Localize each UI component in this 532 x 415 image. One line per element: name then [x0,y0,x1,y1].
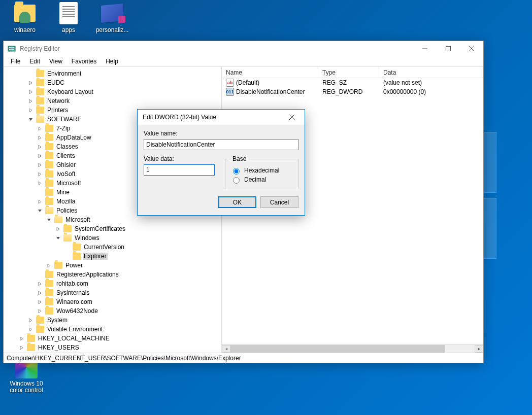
expand-icon[interactable] [36,143,43,150]
expand-icon[interactable] [27,326,34,333]
expand-icon[interactable] [27,97,34,105]
expand-icon[interactable] [27,107,34,114]
tree-node[interactable]: Sysinternals [36,288,221,297]
expand-icon[interactable] [36,180,43,187]
horizontal-scrollbar[interactable]: ◂ ▸ [222,344,483,353]
folder-icon [73,253,81,260]
svg-rect-6 [446,47,451,51]
folder-icon [45,170,53,178]
tree-node[interactable]: Microsoft [45,215,221,224]
tree-node-label: IvoSoft [55,170,76,178]
desktop-icon-label: apps [49,26,88,33]
titlebar[interactable]: Registry Editor [4,41,483,56]
tree-node[interactable]: rohitab.com [36,279,221,288]
expand-icon[interactable] [36,152,43,159]
scroll-left-button[interactable]: ◂ [222,345,230,353]
tree-node[interactable]: Keyboard Layout [27,87,221,96]
tree-node-label: Volatile Environment [46,326,104,333]
scroll-right-button[interactable]: ▸ [475,345,483,353]
tree-node[interactable]: Explorer [63,252,221,261]
expand-icon[interactable] [18,335,25,342]
tree-node-label: HKEY_USERS [37,344,80,351]
radio-dec-input[interactable] [233,177,240,184]
scroll-track[interactable] [230,345,475,353]
expand-icon[interactable] [27,88,34,95]
dialog-close-button[interactable] [284,110,300,125]
expand-icon[interactable] [45,262,52,269]
radio-decimal[interactable]: Decimal [230,176,293,184]
folder-icon [45,207,53,214]
menu-view[interactable]: View [45,57,66,66]
list-row[interactable]: 011DisableNotificationCenterREG_DWORD0x0… [222,87,483,96]
expand-icon[interactable] [27,70,34,77]
folder-icon [45,198,53,205]
expand-icon[interactable] [36,198,43,205]
desktop-icon-winaero[interactable]: winaero [5,1,45,33]
radio-hexadecimal[interactable]: Hexadecimal [230,166,293,175]
tree-node[interactable]: Winaero.com [36,297,221,306]
tree-node[interactable]: Network [27,96,221,106]
tree-node[interactable]: HKEY_LOCAL_MACHINE [18,334,221,343]
expand-icon[interactable] [36,189,43,196]
tree-node[interactable]: Environment [27,69,221,78]
valuedata-input[interactable] [144,164,215,176]
expand-icon[interactable] [36,271,43,278]
expand-icon[interactable] [27,116,34,123]
tree-node[interactable]: RegisteredApplications [36,270,221,279]
menu-help[interactable]: Help [102,57,122,66]
menu-edit[interactable]: Edit [25,57,44,66]
expand-icon[interactable] [36,125,43,132]
cancel-button[interactable]: Cancel [260,196,298,208]
list-row[interactable]: ab(Default)REG_SZ(value not set) [222,78,483,87]
desktop-icon-apps[interactable]: apps [49,1,88,33]
tree-node[interactable]: EUDC [27,78,221,87]
folder-icon [36,107,44,114]
expand-icon[interactable] [63,253,71,260]
tree-node[interactable]: Windows [54,233,221,243]
minimize-button[interactable] [413,41,437,56]
tree-node[interactable]: CurrentVersion [63,243,221,252]
expand-icon[interactable] [54,225,61,232]
expand-icon[interactable] [36,161,43,168]
tree-node[interactable]: HKEY_USERS [18,343,221,352]
desktop-icon-personalization[interactable]: personaliz... [92,1,132,33]
close-button[interactable] [460,41,483,56]
folder-icon [45,152,53,159]
tree-node[interactable]: Wow6432Node [36,306,221,316]
ok-button[interactable]: OK [218,196,256,208]
dialog-titlebar[interactable]: Edit DWORD (32-bit) Value [138,110,305,125]
column-data[interactable]: Data [379,67,483,78]
expand-icon[interactable] [36,134,43,141]
tree-node-label: HKEY_LOCAL_MACHINE [37,335,111,342]
tree-node[interactable]: Volatile Environment [27,325,221,334]
tree-node[interactable]: System [27,316,221,325]
expand-icon[interactable] [36,280,43,287]
folder-icon [45,298,53,305]
expand-icon[interactable] [63,244,71,251]
expand-icon[interactable] [36,298,43,305]
radio-hex-input[interactable] [233,168,240,175]
maximize-button[interactable] [437,41,460,56]
regedit-icon [8,45,16,53]
tree-node-label: AppDataLow [55,134,92,141]
expand-icon[interactable] [36,289,43,296]
tree-node-label: Wow6432Node [55,307,99,315]
menu-file[interactable]: File [7,57,24,66]
expand-icon[interactable] [27,317,34,324]
expand-icon[interactable] [36,207,43,214]
tree-node[interactable]: Power [45,261,221,270]
column-type[interactable]: Type [318,67,379,78]
expand-icon[interactable] [36,307,43,315]
folder-icon [36,88,44,95]
expand-icon[interactable] [36,170,43,178]
edit-dword-dialog: Edit DWORD (32-bit) Value Value name: Va… [137,109,305,216]
menu-favorites[interactable]: Favorites [68,57,101,66]
scroll-thumb[interactable] [230,345,445,353]
expand-icon[interactable] [45,216,52,223]
expand-icon[interactable] [54,234,61,241]
tree-node[interactable]: SystemCertificates [54,224,221,233]
column-name[interactable]: Name [222,67,318,78]
valuename-input[interactable] [144,139,298,150]
expand-icon[interactable] [27,79,34,86]
expand-icon[interactable] [18,344,25,351]
